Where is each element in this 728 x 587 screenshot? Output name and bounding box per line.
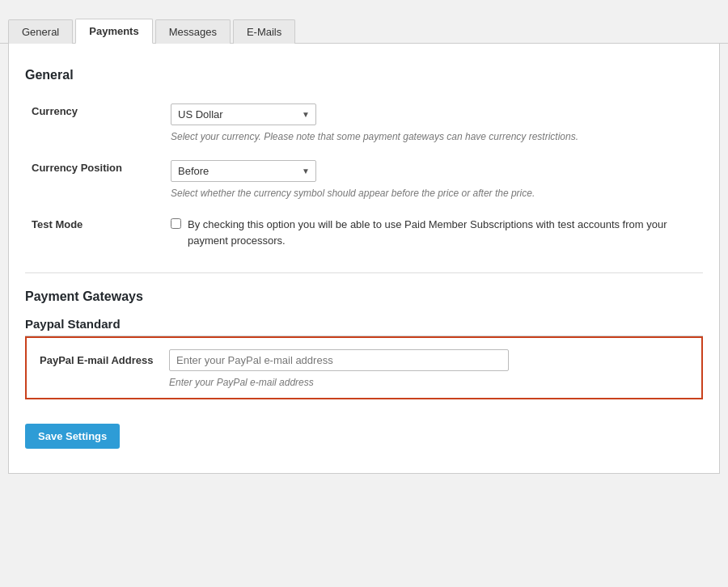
test-mode-row: Test Mode By checking this option you wi… bbox=[25, 209, 703, 256]
paypal-email-label: PayPal E-mail Address bbox=[40, 349, 161, 366]
currency-position-field: Before After ▼ Select whether the curren… bbox=[163, 152, 703, 209]
payment-gateways-title: Payment Gateways bbox=[25, 289, 703, 304]
tab-general[interactable]: General bbox=[8, 19, 73, 44]
paypal-email-field-wrap: Enter your PayPal e-mail address bbox=[169, 349, 688, 390]
tab-payments[interactable]: Payments bbox=[75, 19, 152, 44]
paypal-email-section: PayPal E-mail Address Enter your PayPal … bbox=[25, 336, 703, 399]
paypal-email-description: Enter your PayPal e-mail address bbox=[169, 375, 688, 390]
save-settings-button[interactable]: Save Settings bbox=[25, 424, 120, 449]
currency-field: US Dollar Euro British Pound Canadian Do… bbox=[163, 95, 703, 152]
currency-select-wrap: US Dollar Euro British Pound Canadian Do… bbox=[171, 103, 316, 125]
test-mode-field: By checking this option you will be able… bbox=[163, 209, 703, 256]
test-mode-description: By checking this option you will be able… bbox=[188, 217, 696, 248]
currency-position-row: Currency Position Before After ▼ Select … bbox=[25, 152, 703, 209]
tab-emails[interactable]: E-Mails bbox=[233, 19, 295, 44]
general-section-title: General bbox=[25, 68, 703, 82]
currency-position-label: Currency Position bbox=[25, 152, 163, 209]
test-mode-checkbox-wrap: By checking this option you will be able… bbox=[171, 217, 696, 248]
currency-position-description: Select whether the currency symbol shoul… bbox=[171, 186, 696, 201]
currency-description: Select your currency. Please note that s… bbox=[171, 129, 696, 144]
section-divider bbox=[25, 272, 703, 273]
currency-position-select[interactable]: Before After bbox=[171, 160, 316, 182]
paypal-email-input[interactable] bbox=[169, 349, 509, 371]
test-mode-label: Test Mode bbox=[25, 209, 163, 256]
currency-label: Currency bbox=[25, 95, 163, 152]
currency-select[interactable]: US Dollar Euro British Pound Canadian Do… bbox=[171, 103, 316, 125]
main-content: General Currency US Dollar Euro British … bbox=[8, 44, 720, 474]
tab-messages[interactable]: Messages bbox=[155, 19, 231, 44]
tabs-bar: General Payments Messages E-Mails bbox=[0, 8, 728, 44]
paypal-email-row: PayPal E-mail Address Enter your PayPal … bbox=[40, 349, 688, 390]
currency-position-select-wrap: Before After ▼ bbox=[171, 160, 316, 182]
currency-row: Currency US Dollar Euro British Pound Ca… bbox=[25, 95, 703, 152]
paypal-standard-title: Paypal Standard bbox=[25, 317, 703, 331]
test-mode-checkbox[interactable] bbox=[171, 218, 181, 229]
general-form-table: Currency US Dollar Euro British Pound Ca… bbox=[25, 95, 703, 256]
